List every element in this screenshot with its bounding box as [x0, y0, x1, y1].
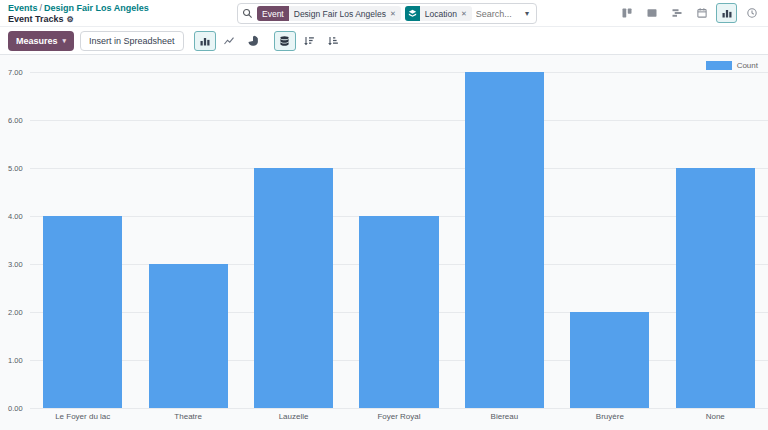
- stacked-icon: [279, 35, 290, 47]
- graph-toolbar: Measures ▾ Insert in Spreadsheet: [0, 27, 768, 55]
- bar-slot: [135, 72, 240, 408]
- view-graph-button[interactable]: [716, 3, 737, 23]
- view-kanban-button[interactable]: [616, 3, 637, 23]
- facet-groupby-value: Location: [425, 9, 457, 19]
- bar-2[interactable]: [149, 264, 228, 408]
- plot-wrap: 7.006.005.004.003.002.001.000.00: [0, 72, 768, 408]
- bar-slot: [557, 72, 662, 408]
- insert-in-spreadsheet-button[interactable]: Insert in Spreadsheet: [80, 31, 184, 51]
- bar-7[interactable]: [676, 168, 755, 408]
- y-axis-tick: 2.00: [8, 308, 28, 317]
- bar-1[interactable]: [43, 216, 122, 408]
- x-axis-label: Foyer Royal: [346, 412, 451, 421]
- breadcrumb-parent-link[interactable]: Events: [8, 3, 38, 13]
- page-title: Event Tracks: [8, 14, 64, 25]
- x-axis-label: Theatre: [135, 412, 240, 421]
- chart-type-group: [194, 31, 264, 51]
- sort-ascending-button[interactable]: [322, 31, 344, 51]
- x-axis-label: Bruyère: [557, 412, 662, 421]
- line-chart-icon: [223, 35, 235, 47]
- bar-slot: [346, 72, 451, 408]
- search-options-caret-icon[interactable]: ▾: [522, 9, 532, 18]
- x-axis-labels: Le Foyer du lacTheatreLauzelleFoyer Roya…: [30, 412, 768, 421]
- breadcrumb: Events/Design Fair Los Angeles Event Tra…: [8, 3, 149, 25]
- x-axis-label: Le Foyer du lac: [30, 412, 135, 421]
- bar-slot: [30, 72, 135, 408]
- facet-groupby-remove-icon[interactable]: ✕: [461, 10, 467, 18]
- bar-slot: [452, 72, 557, 408]
- bar-4[interactable]: [359, 216, 438, 408]
- bar-chart-mode-button[interactable]: [194, 31, 216, 51]
- page-title-row: Event Tracks ⚙: [8, 14, 149, 25]
- bar-3[interactable]: [254, 168, 333, 408]
- facet-event-remove-icon[interactable]: ✕: [390, 10, 396, 18]
- y-axis-tick: 1.00: [8, 356, 28, 365]
- chart-legend[interactable]: Count: [706, 61, 758, 70]
- bar-slot: [663, 72, 768, 408]
- legend-label: Count: [737, 61, 758, 70]
- grid-line: [30, 408, 768, 409]
- facet-event-label: Event: [257, 6, 289, 21]
- y-axis-tick: 3.00: [8, 260, 28, 269]
- x-axis-label: Lauzelle: [241, 412, 346, 421]
- bar-6[interactable]: [570, 312, 649, 408]
- bar-slot: [241, 72, 346, 408]
- y-axis-tick: 0.00: [8, 404, 28, 413]
- y-axis-tick: 5.00: [8, 164, 28, 173]
- search-input[interactable]: [476, 9, 518, 19]
- bar-chart-icon: [199, 35, 211, 47]
- bars-layer: [30, 72, 768, 408]
- top-header: Events/Design Fair Los Angeles Event Tra…: [0, 0, 768, 27]
- chart-options-group: [274, 31, 344, 51]
- measures-button[interactable]: Measures ▾: [8, 31, 74, 51]
- pie-chart-mode-button[interactable]: [242, 31, 264, 51]
- y-axis-tick: 7.00: [8, 68, 28, 77]
- view-calendar-button[interactable]: [691, 3, 712, 23]
- view-list-button[interactable]: [641, 3, 662, 23]
- breadcrumb-current-link[interactable]: Design Fair Los Angeles: [44, 3, 149, 13]
- line-chart-mode-button[interactable]: [218, 31, 240, 51]
- plot: [30, 72, 768, 408]
- sort-ascending-icon: [327, 35, 339, 47]
- measures-caret-icon: ▾: [63, 37, 67, 45]
- x-axis-label: None: [663, 412, 768, 421]
- sort-descending-icon: [303, 35, 315, 47]
- action-gear-icon[interactable]: ⚙: [67, 14, 74, 25]
- search-facet-groupby-location: Location ✕: [405, 6, 472, 21]
- y-axis-tick: 4.00: [8, 212, 28, 221]
- facet-event-value: Design Fair Los Angeles: [294, 9, 386, 19]
- x-axis-label: Biereau: [452, 412, 557, 421]
- pie-chart-icon: [247, 35, 259, 47]
- search-icon: [242, 8, 253, 19]
- view-switcher: [616, 3, 762, 23]
- search-bar[interactable]: Event Design Fair Los Angeles ✕ Location…: [237, 3, 537, 24]
- view-gantt-button[interactable]: [666, 3, 687, 23]
- view-activity-button[interactable]: [741, 3, 762, 23]
- breadcrumb-top: Events/Design Fair Los Angeles: [8, 3, 149, 14]
- stacked-toggle-button[interactable]: [274, 31, 296, 51]
- legend-swatch: [706, 61, 732, 70]
- sort-descending-button[interactable]: [298, 31, 320, 51]
- search-facet-event: Event Design Fair Los Angeles ✕: [257, 6, 401, 21]
- bar-5[interactable]: [465, 72, 544, 408]
- group-by-layers-icon: [405, 6, 420, 21]
- graph-view: Count 7.006.005.004.003.002.001.000.00 L…: [0, 55, 768, 429]
- y-axis-tick: 6.00: [8, 116, 28, 125]
